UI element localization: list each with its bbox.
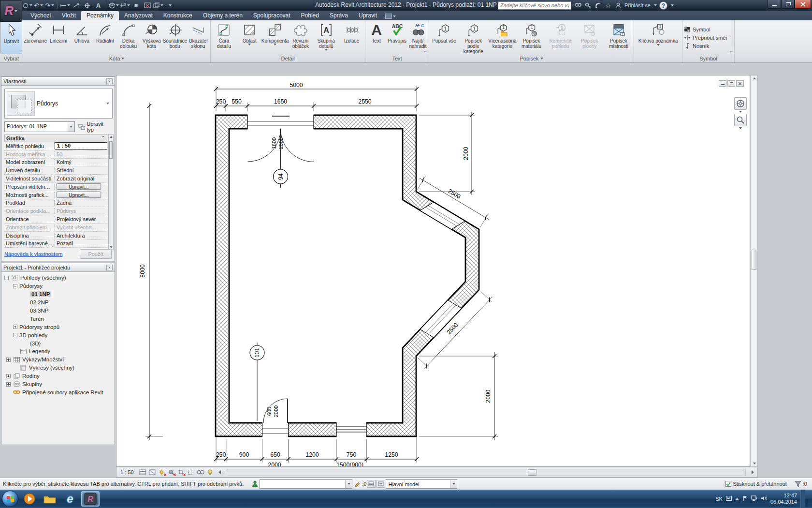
undo-icon[interactable]: ↶	[33, 1, 44, 10]
internet-explorer-icon[interactable]: e	[61, 491, 79, 507]
detail-line-button[interactable]: Čára detailu	[211, 21, 237, 54]
view-restore-button[interactable]	[727, 80, 735, 87]
press-drag-checkbox[interactable]	[725, 481, 731, 487]
drawing-area[interactable]: 1600 2000 94 600 2000 101	[116, 75, 750, 467]
keynote-button[interactable]: 1 Klíčová poznámka	[635, 21, 682, 54]
sync-icon[interactable]	[22, 1, 32, 10]
tree-item-03-3np[interactable]: 03 3NP	[2, 307, 114, 315]
prop-row[interactable]: Model zobrazeníKolmý	[4, 159, 107, 167]
editable-only-icon[interactable]	[353, 480, 362, 488]
window-diagonal-upper[interactable]	[420, 202, 465, 229]
view-close-button[interactable]	[736, 80, 744, 87]
steering-wheel-icon[interactable]	[734, 97, 747, 110]
edit-button[interactable]: Upravit...	[57, 183, 101, 190]
default-3d-view-icon[interactable]	[109, 1, 119, 10]
palette-close-icon[interactable]: ×	[106, 265, 113, 270]
redo-icon[interactable]: ↷	[44, 1, 55, 10]
sign-in-dropdown-icon[interactable]	[654, 4, 657, 6]
show-desktop-button[interactable]	[800, 490, 805, 508]
arc-length-dimension-button[interactable]: Délka oblouku	[117, 21, 140, 54]
radial-dimension-button[interactable]: Radiální	[93, 21, 116, 54]
expand-icon[interactable]	[13, 325, 17, 329]
expand-icon[interactable]	[6, 374, 11, 378]
action-center-flag-icon[interactable]	[742, 495, 748, 502]
close-hidden-windows-icon[interactable]	[142, 1, 152, 10]
horizontal-scrollbar[interactable]	[227, 469, 746, 476]
properties-header[interactable]: Vlastnosti ×	[1, 77, 115, 86]
show-hidden-icons[interactable]	[735, 498, 739, 500]
search-input[interactable]	[498, 1, 571, 10]
multi-category-tag-button[interactable]: 1Vícenásobná kategorie	[488, 21, 517, 54]
tree-item-sheets[interactable]: Výkresy (všechny)	[2, 364, 114, 372]
filled-region-button[interactable]: Oblast	[237, 21, 262, 54]
browser-header[interactable]: Projekt1 - Prohlížeč projektu ×	[1, 263, 115, 272]
material-tag-button[interactable]: 1Popisek materiálu	[517, 21, 546, 54]
reveal-hidden-elements-icon[interactable]	[206, 468, 215, 476]
edit-button[interactable]: Upravit...	[57, 192, 101, 198]
show-crop-region-icon[interactable]	[187, 468, 195, 476]
spot-elevation-button[interactable]: Výšková kóta	[140, 21, 163, 54]
prop-row[interactable]: PodkladŽádná	[4, 199, 107, 208]
navbar-caret-icon[interactable]	[739, 111, 742, 113]
vertical-scrollbar[interactable]	[750, 75, 758, 467]
tree-item-legends[interactable]: Legendy	[2, 347, 114, 356]
network-icon[interactable]	[751, 495, 757, 502]
detail-group-button[interactable]: ASkupina detailů	[313, 21, 339, 54]
keyboard-layout-icon[interactable]	[726, 496, 732, 502]
spot-icon[interactable]	[82, 1, 92, 10]
customize-qat-icon[interactable]	[164, 1, 174, 10]
tab-upravit[interactable]: Upravit	[353, 11, 382, 20]
tree-item-ceiling-plans[interactable]: Půdorysy stropů	[2, 323, 114, 331]
ribbon-display-toggle[interactable]	[385, 14, 396, 20]
prop-row[interactable]: OrientaceProjektový sever	[4, 215, 107, 224]
tree-item-groups[interactable]: Skupiny	[2, 380, 114, 388]
tree-item-families[interactable]: Rodiny	[2, 372, 114, 380]
tree-item-revit-links[interactable]: Připojené soubory aplikace Revit	[2, 388, 114, 396]
prop-row[interactable]: Úroveň detailuStřední	[4, 166, 107, 175]
volume-icon[interactable]	[761, 495, 767, 502]
tab-analyzovat[interactable]: Analyzovat	[119, 11, 158, 20]
edit-type-button[interactable]: Upravit typ	[77, 121, 113, 132]
scroll-right-icon[interactable]	[748, 468, 757, 476]
properties-help-link[interactable]: Nápověda k vlastnostem	[4, 251, 80, 257]
window-bottom[interactable]	[336, 421, 366, 438]
explorer-icon[interactable]	[41, 491, 59, 507]
prop-row[interactable]: Umístění barevné...Pozadí	[4, 240, 107, 248]
thin-lines-icon[interactable]: ≡	[131, 1, 141, 10]
tab-konstrukce[interactable]: Konstrukce	[158, 11, 198, 20]
window-diagonal-lower[interactable]	[420, 300, 461, 337]
dimension-icon[interactable]	[60, 1, 70, 10]
spot-slope-button[interactable]: Ukazatel sklonu	[187, 21, 210, 54]
prop-row[interactable]: Přepsání viditeln...Upravit...	[4, 183, 107, 191]
text-icon[interactable]: A	[93, 1, 103, 10]
beam-annotation-button[interactable]: Nosník	[683, 42, 734, 50]
tab-objemy-a-teren[interactable]: Objemy a terén	[198, 11, 248, 20]
communication-center-icon[interactable]	[594, 1, 602, 9]
room-tag-button[interactable]: 1Popisek místnosti	[604, 21, 633, 54]
text-button[interactable]: AText	[366, 21, 387, 54]
walls[interactable]	[216, 115, 479, 436]
tree-item-3d-views[interactable]: 3D pohledy	[2, 331, 114, 339]
insulation-button[interactable]: Izolace	[339, 21, 364, 54]
modify-button[interactable]: Upravit	[0, 21, 22, 54]
minimize-button[interactable]	[768, 0, 781, 9]
collapse-icon[interactable]	[13, 333, 17, 337]
dimensions[interactable]	[145, 86, 498, 463]
panel-dialog-launcher-icon[interactable]: ⌐	[730, 49, 733, 54]
help-dropdown-icon[interactable]	[671, 4, 674, 6]
subscription-center-icon[interactable]	[584, 1, 592, 9]
expand-icon[interactable]	[6, 358, 11, 362]
collapse-icon[interactable]	[4, 276, 9, 280]
zoom-caret-icon[interactable]	[739, 127, 742, 129]
expand-icon[interactable]	[6, 382, 11, 387]
tree-item-floorplans[interactable]: Půdorysy	[2, 282, 114, 290]
tab-sprava[interactable]: Správa	[324, 11, 353, 20]
close-button[interactable]	[795, 0, 811, 9]
language-indicator[interactable]: SK	[715, 496, 723, 502]
application-menu-button[interactable]: R	[0, 0, 22, 22]
flip-direction-button[interactable]: Přepnout směr	[683, 33, 734, 42]
crop-view-icon[interactable]	[177, 468, 186, 476]
instance-selector-combo[interactable]: Půdorys: 01 1NP	[4, 121, 75, 132]
tab-poznamky[interactable]: Poznámky	[81, 11, 119, 20]
spot-coordinate-button[interactable]: Souřadnice bodu	[163, 21, 187, 54]
